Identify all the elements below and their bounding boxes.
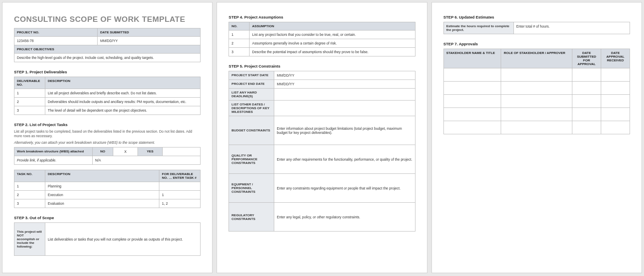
approvals-cell[interactable] (501, 68, 572, 82)
project-no-header: PROJECT NO. (14, 28, 98, 37)
approvals-cell[interactable] (601, 68, 630, 82)
constraints-table: PROJECT START DATE MM/DD/YY PROJECT END … (229, 71, 415, 232)
date-submitted-value[interactable]: MM/DD/YY (98, 37, 201, 45)
start-date-val[interactable]: MM/DD/YY (274, 71, 415, 80)
estimates-table: Estimate the hours required to complete … (443, 22, 630, 34)
milestones-h: LIST OTHER DATES / DESCRIPTIONS OF KEY M… (229, 101, 274, 116)
milestones-val[interactable] (274, 101, 415, 116)
deliv-no[interactable]: 2 (14, 98, 45, 106)
approvals-cell[interactable] (572, 108, 601, 121)
wbs-yes-h: YES (138, 147, 163, 156)
page-2: STEP 4. Project Assumptions NO. ASSUMPTI… (217, 2, 427, 273)
step2-italic: Alternatively, you can attach your work … (14, 140, 201, 145)
task-desc-h: DESCRIPTION (45, 170, 159, 182)
reg-h: REGULATORY CONSTRAINTS (229, 203, 274, 232)
approvals-cell[interactable] (572, 95, 601, 108)
assum-no[interactable]: 1 (229, 30, 250, 39)
oos-val[interactable]: List deliverables or tasks that you will… (45, 223, 201, 256)
task-no-h: TASK NO. (14, 170, 45, 182)
deliv-desc[interactable]: The level of detail will be dependent up… (45, 106, 201, 115)
step5-title: STEP 5. Project Constraints (229, 64, 415, 68)
step4-title: STEP 4. Project Assumptions (229, 15, 415, 19)
approvals-h4: DATE APPROVAL RECEIVED (601, 49, 630, 68)
assum-desc[interactable]: List any project factors that you consid… (250, 30, 415, 39)
step3-title: STEP 3. Out of Scope (14, 215, 201, 220)
tasks-table: TASK NO. DESCRIPTION FOR DELIVERABLE NO.… (14, 170, 201, 208)
objectives-value[interactable]: Describe the high-level goals of the pro… (14, 54, 201, 62)
page-1: CONSULTING SCOPE OF WORK TEMPLATE PROJEC… (2, 2, 212, 273)
equip-val[interactable]: Enter any constraints regarding equipmen… (274, 174, 415, 203)
task-desc[interactable]: Planning (45, 182, 159, 191)
step2-desc: List all project tasks to be completed, … (14, 129, 201, 138)
deadlines-h: LIST ANY HARD DEADLINE(S) (229, 89, 274, 101)
quality-h: QUALITY OR PERFORMANCE CONSTRAINTS (229, 145, 274, 174)
approvals-cell[interactable] (443, 108, 501, 121)
approvals-cell[interactable] (443, 68, 501, 82)
equip-h: EQUIPMENT / PERSONNEL CONSTRAINTS (229, 174, 274, 203)
approvals-cell[interactable] (601, 95, 630, 108)
task-desc[interactable]: Execution (45, 191, 159, 199)
task-desc[interactable]: Evaluation (45, 199, 159, 208)
assum-no[interactable]: 3 (229, 48, 250, 56)
objectives-header: PROJECT OBJECTIVES (14, 45, 201, 54)
estimate-label: Estimate the hours required to complete … (443, 22, 513, 34)
approvals-cell[interactable] (443, 95, 501, 108)
doc-title: CONSULTING SCOPE OF WORK TEMPLATE (14, 15, 201, 24)
approvals-cell[interactable] (601, 82, 630, 95)
task-for[interactable]: 1, 2 (159, 199, 201, 208)
deliv-no[interactable]: 1 (14, 89, 45, 98)
approvals-cell[interactable] (501, 108, 572, 121)
deliverables-table: DELIVERABLE NO. DESCRIPTION 1 List all p… (14, 77, 201, 115)
approvals-cell[interactable] (501, 95, 572, 108)
deliv-no[interactable]: 3 (14, 106, 45, 115)
approvals-cell[interactable] (601, 121, 630, 134)
assum-desc[interactable]: Assumptions generally involve a certain … (250, 39, 415, 48)
step2-title: STEP 2. List of Project Tasks (14, 122, 201, 127)
assum-desc[interactable]: Describe the potential impact of assumpt… (250, 48, 415, 56)
task-for[interactable]: 1 (159, 191, 201, 199)
task-for-h: FOR DELIVERABLE NO. … ENTER TASK # (159, 170, 201, 182)
reg-val[interactable]: Enter any legal, policy, or other regula… (274, 203, 415, 232)
start-date-h: PROJECT START DATE (229, 71, 274, 80)
step1-title: STEP 1. Project Deliverables (14, 70, 201, 74)
assum-no[interactable]: 2 (229, 39, 250, 48)
approvals-cell[interactable] (443, 121, 501, 134)
wbs-link-label: Provide link, if applicable. (14, 156, 93, 165)
approvals-h3: DATE SUBMITTED FOR APPROVAL (572, 49, 601, 68)
end-date-val[interactable]: MM/DD/YY (274, 80, 415, 89)
assum-desc-h: ASSUMPTION (250, 22, 415, 30)
approvals-cell[interactable] (501, 121, 572, 134)
task-for[interactable] (159, 182, 201, 191)
project-no-value[interactable]: 123456-78 (14, 37, 98, 45)
approvals-cell[interactable] (601, 108, 630, 121)
task-no[interactable]: 1 (14, 182, 45, 191)
approvals-cell[interactable] (572, 121, 601, 134)
deliv-desc[interactable]: Deliverables should include outputs and … (45, 98, 201, 106)
assumptions-table: NO. ASSUMPTION 1 List any project factor… (229, 22, 415, 56)
wbs-attached-h: Work breakdown structure (WBS) attached (14, 147, 93, 156)
oos-label: This project will NOT accomplish or incl… (14, 223, 45, 256)
wbs-yes-val[interactable] (163, 147, 201, 156)
budget-val[interactable]: Enter information about project budget l… (274, 116, 415, 145)
task-no[interactable]: 3 (14, 199, 45, 208)
wbs-no-val[interactable]: X (113, 147, 138, 156)
wbs-link-val[interactable]: N/A (93, 156, 201, 165)
approvals-cell[interactable] (572, 82, 601, 95)
out-of-scope-table: This project will NOT accomplish or incl… (14, 222, 201, 256)
deliv-desc-h: DESCRIPTION (45, 77, 201, 89)
estimate-val[interactable]: Enter total # of hours. (513, 22, 630, 34)
approvals-cell[interactable] (501, 82, 572, 95)
date-submitted-header: DATE SUBMITTED (98, 28, 201, 37)
wbs-no-h: NO (93, 147, 113, 156)
step7-title: STEP 7. Approvals (443, 42, 630, 46)
approvals-cell[interactable] (572, 68, 601, 82)
approvals-cell[interactable] (443, 82, 501, 95)
task-no[interactable]: 2 (14, 191, 45, 199)
deliv-desc[interactable]: List all project deliverables and briefl… (45, 89, 201, 98)
assum-no-h: NO. (229, 22, 250, 30)
deadlines-val[interactable] (274, 89, 415, 101)
step6-title: STEP 6. Updated Estimates (443, 15, 630, 19)
wbs-table: Work breakdown structure (WBS) attached … (14, 147, 201, 165)
quality-val[interactable]: Enter any other requirements for the fun… (274, 145, 415, 174)
page-3: STEP 6. Updated Estimates Estimate the h… (432, 2, 642, 273)
